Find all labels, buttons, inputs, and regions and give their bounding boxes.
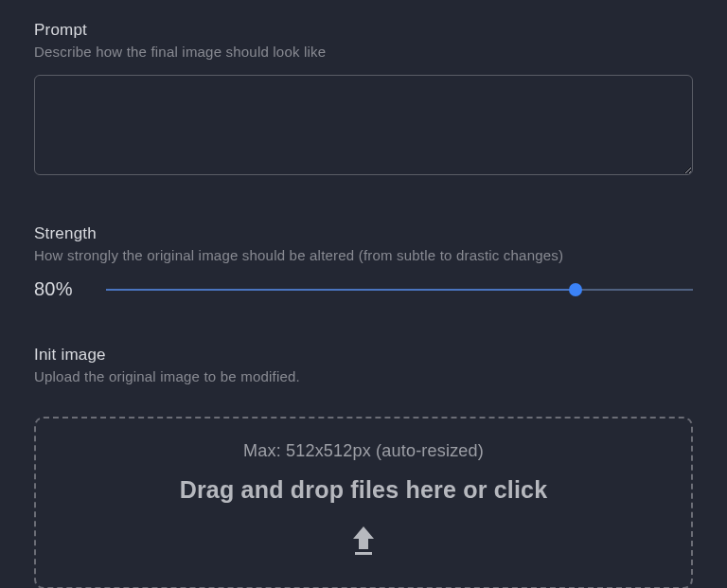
init-image-label: Init image bbox=[34, 346, 693, 365]
strength-section: Strength How strongly the original image… bbox=[34, 224, 693, 300]
prompt-input[interactable] bbox=[34, 75, 693, 175]
init-image-dropzone[interactable]: Max: 512x512px (auto-resized) Drag and d… bbox=[34, 417, 693, 588]
dropzone-max-text: Max: 512x512px (auto-resized) bbox=[45, 441, 682, 461]
strength-value: 80% bbox=[34, 278, 78, 300]
upload-icon bbox=[349, 525, 378, 557]
slider-thumb[interactable] bbox=[569, 283, 582, 296]
prompt-help: Describe how the final image should look… bbox=[34, 44, 693, 60]
strength-row: 80% bbox=[34, 278, 693, 300]
prompt-label: Prompt bbox=[34, 21, 693, 40]
strength-help: How strongly the original image should b… bbox=[34, 247, 693, 263]
strength-slider[interactable] bbox=[106, 280, 693, 299]
strength-label: Strength bbox=[34, 224, 693, 243]
init-image-section: Init image Upload the original image to … bbox=[34, 346, 693, 588]
slider-fill bbox=[106, 289, 576, 291]
dropzone-main-text: Drag and drop files here or click bbox=[45, 476, 682, 504]
prompt-section: Prompt Describe how the final image shou… bbox=[34, 21, 693, 179]
svg-rect-0 bbox=[355, 552, 372, 555]
init-image-help: Upload the original image to be modified… bbox=[34, 368, 693, 384]
